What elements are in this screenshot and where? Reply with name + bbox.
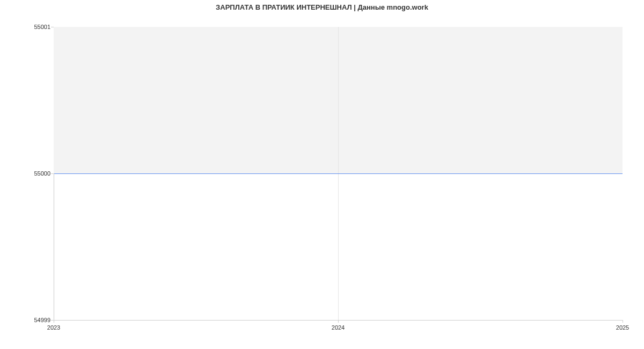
plot-area	[54, 27, 623, 321]
y-tick-label: 54999	[34, 317, 50, 323]
data-line	[54, 173, 623, 174]
x-tick-label: 2025	[616, 324, 629, 331]
x-tick-mark	[338, 320, 339, 323]
y-tick-label: 55000	[34, 170, 50, 177]
y-axis-spine	[54, 173, 54, 320]
y-tick-label: 55001	[34, 24, 50, 30]
x-tick-label: 2024	[332, 324, 345, 331]
chart-container: ЗАРПЛАТА В ПРАТИИК ИНТЕРНЕШНАЛ | Данные …	[0, 0, 644, 349]
chart-title: ЗАРПЛАТА В ПРАТИИК ИНТЕРНЕШНАЛ | Данные …	[0, 3, 644, 11]
x-tick-mark	[54, 320, 54, 323]
x-tick-mark	[623, 320, 623, 323]
x-tick-label: 2023	[47, 324, 60, 331]
